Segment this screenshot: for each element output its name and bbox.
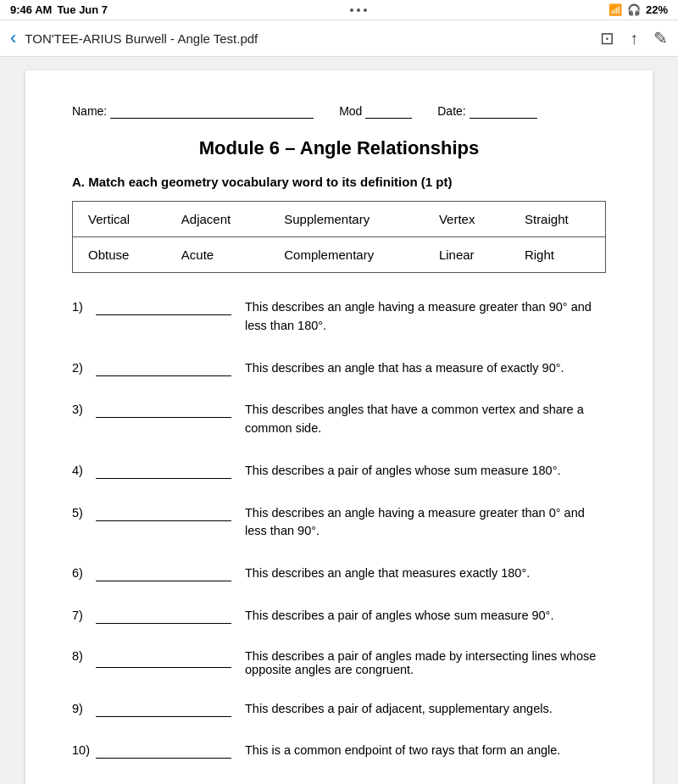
q1-num: 1): [72, 298, 96, 317]
vocab-vertical: Vertical: [73, 202, 166, 237]
status-bar-center: [350, 8, 367, 12]
headphone-icon: 🎧: [627, 3, 641, 16]
q5-answer[interactable]: [96, 504, 231, 521]
wifi-icon: 📶: [609, 3, 622, 16]
dot3: [364, 8, 367, 12]
vocab-table: Vertical Adjacent Supplementary Vertex S…: [72, 201, 606, 273]
status-bar-left: 9:46 AM Tue Jun 7: [10, 3, 108, 16]
date-field[interactable]: [470, 104, 537, 119]
q6-answer[interactable]: [96, 564, 231, 581]
q7-text: This describes a pair of angles whose su…: [245, 607, 606, 626]
q6-text: This describes an angle that measures ex…: [245, 564, 606, 583]
q6-num: 6): [72, 564, 96, 583]
vocab-complementary: Complementary: [269, 237, 424, 273]
q7-answer[interactable]: [96, 607, 231, 624]
question-6: 6) This describes an angle that measures…: [72, 564, 606, 583]
battery-level: 22%: [646, 3, 668, 16]
vocab-acute: Acute: [166, 237, 269, 273]
name-label: Name:: [72, 104, 314, 119]
q4-num: 4): [72, 462, 96, 481]
question-3: 3) This describes angles that have a com…: [72, 401, 606, 438]
q5-num: 5): [72, 504, 96, 523]
q2-num: 2): [72, 359, 96, 378]
q10-answer[interactable]: [96, 742, 231, 759]
document-area: Name: Mod Date: Module 6 – Angle Relatio…: [0, 57, 678, 784]
q3-num: 3): [72, 401, 96, 420]
vocab-row-2: Obtuse Acute Complementary Linear Right: [73, 237, 606, 273]
vocab-obtuse: Obtuse: [73, 237, 166, 273]
nav-bar: ‹ TON'TEE-ARIUS Burwell - Angle Test.pdf…: [0, 20, 678, 57]
q2-answer[interactable]: [96, 359, 231, 376]
question-2: 2) This describes an angle that has a me…: [72, 359, 606, 378]
questions-list: 1) This describes an angle having a meas…: [72, 298, 606, 760]
question-10: 10) This is a common endpoint of two ray…: [72, 742, 606, 760]
name-field[interactable]: [110, 104, 314, 119]
vocab-row-1: Vertical Adjacent Supplementary Vertex S…: [73, 202, 606, 237]
q10-text: This is a common endpoint of two rays th…: [245, 742, 606, 760]
q2-text: This describes an angle that has a measu…: [245, 359, 606, 378]
q4-answer[interactable]: [96, 462, 231, 479]
status-bar-right: 📶 🎧 22%: [609, 3, 668, 16]
vocab-vertex: Vertex: [424, 202, 509, 237]
page: Name: Mod Date: Module 6 – Angle Relatio…: [25, 70, 653, 784]
status-day: Tue Jun 7: [57, 3, 108, 16]
q8-text: This describes a pair of angles made by …: [245, 649, 606, 676]
dot1: [350, 8, 353, 12]
status-bar: 9:46 AM Tue Jun 7 📶 🎧 22%: [0, 0, 678, 20]
q7-num: 7): [72, 607, 96, 626]
vocab-supplementary: Supplementary: [269, 202, 424, 237]
q5-text: This describes an angle having a measure…: [245, 504, 606, 542]
section-a-heading: A. Match each geometry vocabulary word t…: [72, 175, 606, 189]
page-title: Module 6 – Angle Relationships: [72, 137, 606, 159]
mod-label: Mod: [339, 104, 412, 119]
q9-text: This describes a pair of adjacent, suppl…: [245, 700, 606, 719]
dot2: [357, 8, 360, 12]
q4-text: This describes a pair of angles whose su…: [245, 462, 606, 481]
q8-answer[interactable]: [96, 651, 231, 668]
q8-num: 8): [72, 649, 96, 663]
name-mod-date-line: Name: Mod Date:: [72, 104, 606, 119]
question-9: 9) This describes a pair of adjacent, su…: [72, 700, 606, 719]
date-label: Date:: [437, 104, 536, 119]
q9-answer[interactable]: [96, 700, 231, 717]
vocab-linear: Linear: [424, 237, 509, 273]
question-8: 8) This describes a pair of angles made …: [72, 649, 606, 676]
q1-answer[interactable]: [96, 298, 231, 315]
document-icon[interactable]: ⊡: [600, 28, 614, 48]
question-4: 4) This describes a pair of angles whose…: [72, 462, 606, 481]
question-7: 7) This describes a pair of angles whose…: [72, 607, 606, 626]
q9-num: 9): [72, 700, 96, 719]
question-1: 1) This describes an angle having a meas…: [72, 298, 606, 336]
q3-text: This describes angles that have a common…: [245, 401, 606, 438]
vocab-right: Right: [509, 237, 606, 273]
document-title: TON'TEE-ARIUS Burwell - Angle Test.pdf: [25, 31, 592, 46]
q10-num: 10): [72, 742, 96, 760]
back-button[interactable]: ‹: [10, 27, 16, 49]
q1-text: This describes an angle having a measure…: [245, 298, 606, 336]
mod-field[interactable]: [365, 104, 412, 119]
nav-icons: ⊡ ↑ ✎: [600, 28, 668, 48]
q3-answer[interactable]: [96, 401, 231, 418]
question-5: 5) This describes an angle having a meas…: [72, 504, 606, 542]
vocab-adjacent: Adjacent: [166, 202, 269, 237]
edit-icon[interactable]: ✎: [653, 28, 668, 48]
status-time: 9:46 AM: [10, 3, 52, 16]
vocab-straight: Straight: [509, 202, 606, 237]
share-icon[interactable]: ↑: [630, 29, 638, 48]
